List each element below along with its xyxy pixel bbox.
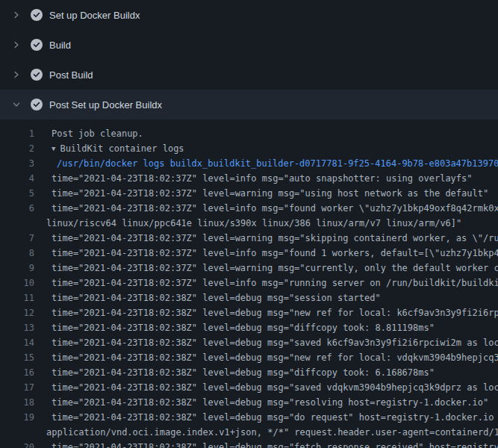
chevron-right-icon[interactable] [10, 39, 22, 51]
step-label: Build [49, 40, 71, 51]
log-line-text: time="2021-04-23T18:02:38Z" level=debug … [34, 320, 498, 335]
log-row: 16 time="2021-04-23T18:02:38Z" level=deb… [0, 365, 498, 380]
log-row: 3 /usr/bin/docker logs buildx_buildkit_b… [0, 156, 498, 171]
log-row: 9 time="2021-04-23T18:02:37Z" level=warn… [0, 261, 498, 276]
log-text-content: time="2021-04-23T18:02:38Z" level=debug … [52, 412, 498, 423]
log-row: 20 time="2021-04-23T18:02:38Z" level=deb… [0, 440, 498, 448]
group-toggle-icon[interactable]: ▼ [52, 141, 55, 156]
log-row: 4 time="2021-04-23T18:02:37Z" level=info… [0, 171, 498, 186]
log-row: 5 time="2021-04-23T18:02:37Z" level=warn… [0, 186, 498, 201]
log-line-number[interactable]: 16 [0, 365, 34, 380]
log-line-text: time="2021-04-23T18:02:37Z" level=warnin… [34, 231, 498, 246]
log-line-number[interactable]: 14 [0, 335, 34, 350]
step-row-set-up-docker-buildx[interactable]: Set up Docker Buildx [0, 0, 498, 30]
log-text-content: time="2021-04-23T18:02:38Z" level=debug … [52, 308, 498, 318]
log-line-text: time="2021-04-23T18:02:37Z" level=warnin… [34, 186, 498, 201]
log-line-number[interactable]: 3 [0, 156, 34, 171]
log-row: 15 time="2021-04-23T18:02:38Z" level=deb… [0, 350, 498, 365]
log-line-number[interactable]: 5 [0, 186, 34, 201]
log-line-number[interactable]: 18 [0, 395, 34, 410]
log-line-number[interactable]: 9 [0, 261, 34, 276]
log-row: 19 time="2021-04-23T18:02:38Z" level=deb… [0, 410, 498, 425]
step-row-post-set-up-docker-buildx[interactable]: Post Set up Docker Buildx [0, 90, 498, 119]
log-line-number[interactable]: 4 [0, 171, 34, 186]
success-check-icon [31, 9, 43, 21]
log-line-text: time="2021-04-23T18:02:38Z" level=debug … [34, 290, 498, 305]
log-text-content: time="2021-04-23T18:02:37Z" level=info m… [52, 278, 498, 288]
log-row: application/vnd.oci.image.index.v1+json,… [0, 425, 498, 440]
log-line-text: time="2021-04-23T18:02:38Z" level=debug … [34, 380, 498, 395]
log-row: 10 time="2021-04-23T18:02:37Z" level=inf… [0, 276, 498, 290]
log-line-text: time="2021-04-23T18:02:37Z" level=info m… [34, 171, 498, 186]
log-line-text: time="2021-04-23T18:02:38Z" level=debug … [34, 395, 498, 410]
log-line-number[interactable]: 13 [0, 320, 34, 335]
step-label: Post Set up Docker Buildx [49, 99, 162, 111]
log-row: 6 time="2021-04-23T18:02:37Z" level=info… [0, 201, 498, 216]
log-text-content: time="2021-04-23T18:02:38Z" level=debug … [52, 442, 498, 448]
log-text-content: time="2021-04-23T18:02:38Z" level=debug … [52, 397, 488, 408]
step-row-post-build[interactable]: Post Build [0, 60, 498, 90]
log-line-text: /usr/bin/docker logs buildx_buildkit_bui… [34, 156, 498, 171]
log-text-content: time="2021-04-23T18:02:37Z" level=warnin… [52, 188, 488, 199]
log-text-content: time="2021-04-23T18:02:37Z" level=info m… [52, 203, 498, 214]
log-line-text: time="2021-04-23T18:02:38Z" level=debug … [34, 335, 498, 350]
log-line-number[interactable]: 1 [0, 126, 34, 141]
log-line-text: linux/riscv64 linux/ppc641e linux/s390x … [34, 216, 498, 231]
actions-log-viewer: { "colors": { "background": "#171c23", "… [0, 0, 498, 448]
chevron-right-icon[interactable] [10, 9, 22, 21]
log-line-text: time="2021-04-23T18:02:37Z" level=info m… [34, 201, 498, 216]
log-line-number[interactable]: 17 [0, 380, 34, 395]
log-lines: 1 Post job cleanup. 2 ▼BuildKit containe… [0, 119, 498, 448]
step-label: Post Build [49, 69, 93, 81]
log-row: 12 time="2021-04-23T18:02:38Z" level=deb… [0, 305, 498, 320]
log-text-content: time="2021-04-23T18:02:37Z" level=info m… [52, 173, 473, 184]
log-line-text: time="2021-04-23T18:02:38Z" level=debug … [34, 440, 498, 448]
log-line-text: application/vnd.oci.image.index.v1+json,… [34, 425, 498, 440]
log-text-content: time="2021-04-23T18:02:38Z" level=debug … [52, 367, 435, 378]
log-line-number[interactable]: 15 [0, 350, 34, 365]
chevron-down-icon[interactable] [10, 99, 22, 111]
log-text-content: time="2021-04-23T18:02:38Z" level=debug … [52, 382, 498, 393]
log-line-number[interactable]: 11 [0, 290, 34, 305]
log-row: linux/riscv64 linux/ppc641e linux/s390x … [0, 216, 498, 231]
log-text-content: time="2021-04-23T18:02:37Z" level=info m… [52, 248, 498, 258]
log-line-text: time="2021-04-23T18:02:37Z" level=info m… [34, 276, 498, 290]
log-row: 11 time="2021-04-23T18:02:38Z" level=deb… [0, 290, 498, 305]
log-text-content: application/vnd.oci.image.index.v1+json,… [46, 427, 498, 438]
log-line-number[interactable]: 6 [0, 201, 34, 216]
log-text-content: time="2021-04-23T18:02:38Z" level=debug … [52, 293, 381, 303]
log-text-content: linux/riscv64 linux/ppc641e linux/s390x … [46, 218, 461, 228]
log-text-content: /usr/bin/docker logs buildx_buildkit_bui… [57, 158, 498, 169]
log-row: 13 time="2021-04-23T18:02:38Z" level=deb… [0, 320, 498, 335]
log-line-number [0, 425, 34, 440]
log-row: 14 time="2021-04-23T18:02:38Z" level=deb… [0, 335, 498, 350]
log-line-number[interactable]: 8 [0, 246, 34, 261]
step-row-build[interactable]: Build [0, 30, 498, 60]
log-line-text: time="2021-04-23T18:02:38Z" level=debug … [34, 350, 498, 365]
success-check-icon [31, 99, 43, 111]
log-text-content: time="2021-04-23T18:02:38Z" level=debug … [52, 323, 435, 333]
log-line-number[interactable]: 2 [0, 141, 34, 156]
log-row: 8 time="2021-04-23T18:02:37Z" level=info… [0, 246, 498, 261]
log-line-text: time="2021-04-23T18:02:38Z" level=debug … [34, 410, 498, 425]
log-text-content: time="2021-04-23T18:02:38Z" level=debug … [52, 337, 498, 348]
log-line-number[interactable]: 20 [0, 440, 34, 448]
log-text-content: time="2021-04-23T18:02:38Z" level=debug … [52, 352, 498, 363]
log-line-text: ▼BuildKit container logs [34, 141, 498, 156]
log-text-content: time="2021-04-23T18:02:37Z" level=warnin… [52, 263, 498, 273]
log-line-text: time="2021-04-23T18:02:37Z" level=info m… [34, 246, 498, 261]
log-line-number[interactable]: 19 [0, 410, 34, 425]
success-check-icon [31, 69, 43, 81]
log-line-number[interactable]: 7 [0, 231, 34, 246]
log-line-text: Post job cleanup. [34, 126, 498, 141]
log-line-text: time="2021-04-23T18:02:38Z" level=debug … [34, 305, 498, 320]
log-line-text: time="2021-04-23T18:02:37Z" level=warnin… [34, 261, 498, 276]
success-check-icon [31, 39, 43, 51]
log-line-number[interactable]: 12 [0, 305, 34, 320]
log-text-content: Post job cleanup. [52, 128, 143, 139]
chevron-right-icon[interactable] [10, 69, 22, 81]
log-text-content: BuildKit container logs [60, 143, 184, 154]
log-line-number[interactable]: 10 [0, 276, 34, 290]
log-row: 7 time="2021-04-23T18:02:37Z" level=warn… [0, 231, 498, 246]
log-line-number [0, 216, 34, 231]
